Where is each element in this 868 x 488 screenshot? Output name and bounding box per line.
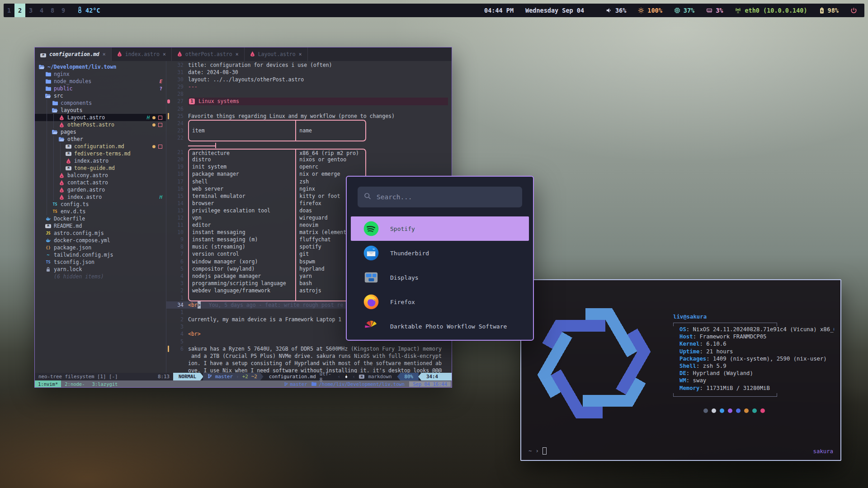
tree-item[interactable]: components xyxy=(35,99,166,107)
tab-Layout.astro[interactable]: Layout.astro× xyxy=(245,47,308,61)
launcher-item-firefox[interactable]: Firefox xyxy=(347,290,533,314)
indent-guide xyxy=(53,172,58,179)
launcher-item-thunderbird[interactable]: Thunderbird xyxy=(347,241,533,265)
tab-index.astro[interactable]: index.astro× xyxy=(112,47,172,61)
tree-item[interactable]: JSastro.config.mjs xyxy=(35,230,166,237)
tab-close-icon[interactable]: × xyxy=(103,51,106,57)
buffer-line[interactable]: 6sakura has a Ryzen 5 7640U, 32GB of DDR… xyxy=(166,345,452,352)
launcher-item-darktable[interactable]: Darktable Photo Workflow Software xyxy=(347,314,533,338)
tree-item[interactable]: TStsconfig.json xyxy=(35,258,166,266)
tree-item[interactable]: docker-compose.yml xyxy=(35,237,166,244)
line-number: 27 xyxy=(172,98,184,105)
buffer-line[interactable]: 23itemname xyxy=(166,127,452,134)
indent-guide xyxy=(47,208,52,215)
buffer-line[interactable]: 20distronixos or gentoo xyxy=(166,156,452,163)
file-icon-astro xyxy=(58,115,65,120)
shell-prompt[interactable]: ~ › xyxy=(528,447,547,455)
sign-column xyxy=(166,113,172,120)
tree-item[interactable]: index.astroH xyxy=(35,193,166,201)
tmux-window-3:lazygit[interactable]: 3:lazygit xyxy=(89,381,122,387)
launcher-item-spotify[interactable]: Spotify xyxy=(351,216,529,241)
buffer-line[interactable]: 32title: configuration for devices i use… xyxy=(166,61,452,69)
tree-item[interactable]: yarn.lock xyxy=(35,266,166,273)
tree-item[interactable]: otherPost.astro xyxy=(35,121,166,128)
workspace-8[interactable]: 8 xyxy=(47,4,58,17)
buffer-line[interactable]: 25Favorite things regarding Linux and my… xyxy=(166,113,452,120)
tree-item[interactable]: ~/Development/liv.town xyxy=(35,63,166,70)
tmux-window-1:nvim*[interactable]: 1:nvim* xyxy=(35,380,61,387)
tree-item[interactable]: MREADME.md xyxy=(35,222,166,230)
tree-item[interactable]: public? xyxy=(35,85,166,92)
tab-close-icon[interactable]: × xyxy=(236,51,239,57)
buffer-line[interactable]: 271Linux systems xyxy=(166,98,452,105)
tab-configuration.md[interactable]: Mconfiguration.md× xyxy=(35,47,112,61)
tree-item[interactable]: ~tailwind.config.mjs xyxy=(35,251,166,258)
tree-item[interactable]: TSconfig.ts xyxy=(35,201,166,208)
line-number: 10 xyxy=(172,229,184,236)
tree-item[interactable]: Dockerfile xyxy=(35,215,166,222)
tree-item[interactable]: pages xyxy=(35,128,166,136)
tree-item[interactable]: index.astro xyxy=(35,157,166,164)
tree-item[interactable]: src xyxy=(35,92,166,99)
sign-column xyxy=(166,178,172,185)
tree-item[interactable]: Layout.astroH xyxy=(35,114,166,121)
workspace-9[interactable]: 9 xyxy=(58,4,69,17)
workspace-1[interactable]: 1 xyxy=(4,4,14,17)
tree-item[interactable]: Mfediverse-terms.md xyxy=(35,150,166,157)
buffer-line[interactable]: 22 xyxy=(166,134,452,141)
tab-close-icon[interactable]: × xyxy=(163,51,166,57)
tree-item[interactable]: Mconfiguration.md xyxy=(35,143,166,150)
battery-module[interactable]: 98% xyxy=(819,7,839,14)
indent-guide xyxy=(38,172,45,179)
buffer-line[interactable]: 31date: 2024-08-30 xyxy=(166,69,452,76)
buffer-line[interactable]: ion. I have a setup consisting of Hyprla… xyxy=(166,360,452,367)
memory-module[interactable]: 3% xyxy=(706,7,723,14)
text: ove. I use Nix when I need software with… xyxy=(188,367,442,373)
git-status-markers: E xyxy=(160,79,162,84)
tree-item[interactable]: nginx xyxy=(35,70,166,78)
buffer-line[interactable]: ove. I use Nix when I need software with… xyxy=(166,367,452,373)
fetch-terminal-window[interactable]: liv@sakura OS: NixOS 24.11.20240828.71e9… xyxy=(520,279,841,461)
search-input[interactable] xyxy=(376,193,516,201)
sign-column xyxy=(166,127,172,134)
brightness-module[interactable]: 100% xyxy=(638,7,662,14)
launcher-item-displays[interactable]: Displays xyxy=(347,265,533,290)
tree-item[interactable]: (6 hidden items) xyxy=(35,273,166,280)
cpu-module[interactable]: 37% xyxy=(674,7,694,14)
tree-item[interactable]: garden.astro xyxy=(35,186,166,193)
tree-item[interactable]: Mtone-guide.md xyxy=(35,164,166,172)
buffer-line[interactable]: 19init systemopenrc xyxy=(166,163,452,170)
workspace-4[interactable]: 4 xyxy=(36,4,47,17)
buffer-line[interactable]: 30layout: ../../layouts/otherPost.astro xyxy=(166,76,452,83)
volume-module[interactable]: 36% xyxy=(606,7,626,14)
tab-otherPost.astro[interactable]: otherPost.astro× xyxy=(172,47,245,61)
tab-close-icon[interactable]: × xyxy=(299,51,302,57)
buffer-line[interactable]: 21architecturex86_64 (rip m2 pro) xyxy=(166,149,452,156)
buffer-line[interactable]: 24 xyxy=(166,120,452,127)
line-text xyxy=(188,134,448,141)
launcher-search[interactable] xyxy=(358,187,522,207)
workspace-2[interactable]: 2 xyxy=(14,4,25,17)
folder-icon xyxy=(311,382,316,386)
tree-item[interactable]: {}package.json xyxy=(35,244,166,251)
workspace-3[interactable]: 3 xyxy=(25,4,36,17)
buffer-line[interactable] xyxy=(166,141,452,149)
file-icon-astro xyxy=(58,194,65,200)
sign-column xyxy=(166,207,172,214)
neo-tree-panel[interactable]: ~/Development/liv.townnginxnode_modulesE… xyxy=(35,61,166,373)
buffer-line[interactable]: 26 xyxy=(166,105,452,113)
network-module[interactable]: eth0 (10.0.0.140) xyxy=(735,7,807,14)
tree-item[interactable]: layouts xyxy=(35,107,166,114)
indent-guide xyxy=(47,150,52,157)
tree-item[interactable]: TSenv.d.ts xyxy=(35,208,166,215)
tmux-window-2:node-[interactable]: 2:node- xyxy=(61,381,88,387)
tree-item[interactable]: other xyxy=(35,136,166,143)
tree-item[interactable]: node_modulesE xyxy=(35,78,166,85)
tree-item[interactable]: balcony.astro xyxy=(35,172,166,179)
buffer-line[interactable]: 29--- xyxy=(166,83,452,90)
line-number: 4 xyxy=(172,272,184,280)
buffer-line[interactable]: 28 xyxy=(166,90,452,98)
power-button[interactable] xyxy=(850,7,857,14)
tree-item[interactable]: contact.astro xyxy=(35,179,166,186)
buffer-line[interactable]: and a 2TB (Crucial P5 Plus) NVMe drive. … xyxy=(166,352,452,360)
